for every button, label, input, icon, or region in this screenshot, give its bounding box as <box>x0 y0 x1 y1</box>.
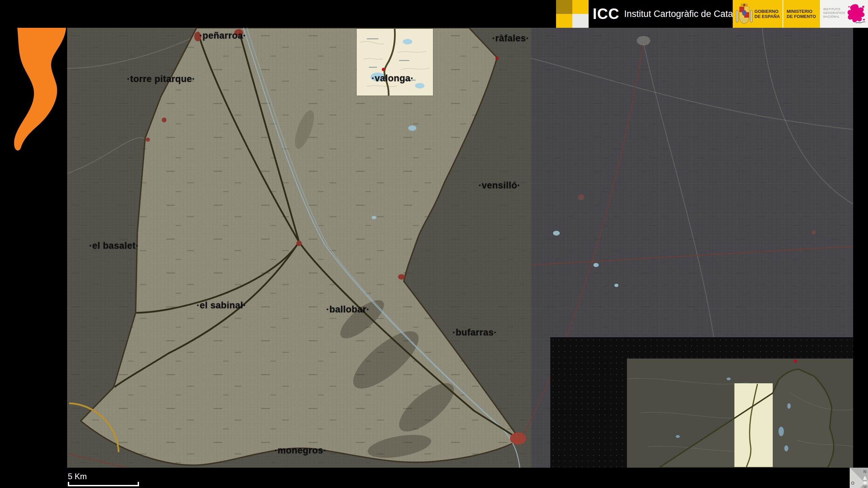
map-viewport[interactable]: ·peñarroa··torre pitarque··ràfales··valo… <box>67 28 853 468</box>
app-window: ·peñarroa··torre pitarque··ràfales··valo… <box>0 0 868 488</box>
header-bar: ICC Institut Cartogràfic de Catalunya GO… <box>0 0 868 28</box>
quadrant-darkgold <box>556 0 572 14</box>
icc-brand: ICC Institut Cartogràfic de Catalunya <box>593 0 755 28</box>
overview-panel <box>550 337 853 468</box>
scalebar-label: 5 Km <box>68 472 140 481</box>
icc-abbr: ICC <box>593 5 619 22</box>
ign-block: INSTITUTO GEOGRÁFICO NACIONAL <box>820 0 868 28</box>
quadrant-yellow2 <box>556 14 572 28</box>
scalebar: 5 Km <box>68 472 140 488</box>
header-separator <box>783 0 783 28</box>
overview-map[interactable] <box>627 359 853 468</box>
ign-text: INSTITUTO GEOGRÁFICO NACIONAL <box>823 7 845 19</box>
scalebar-bar <box>68 481 140 487</box>
quadrant-gray <box>572 14 589 28</box>
icc-quadrant-logo <box>556 0 588 28</box>
gobierno-text: GOBIERNO DE ESPAÑA <box>754 9 780 19</box>
compass-north-letter: N <box>863 469 866 474</box>
compass-west-letter: O <box>851 481 854 486</box>
ministerio-text: MINISTERIO DE FOMENTO <box>787 0 819 28</box>
valonga-inset-map <box>357 29 433 96</box>
valonga-zoom-window <box>357 29 433 96</box>
quadrant-yellow <box>572 0 589 14</box>
left-rail <box>0 0 67 488</box>
compass-rose: N S O E <box>850 468 868 488</box>
ign-anniversary-splash-icon <box>846 2 867 26</box>
spain-coat-of-arms-icon <box>735 3 753 25</box>
